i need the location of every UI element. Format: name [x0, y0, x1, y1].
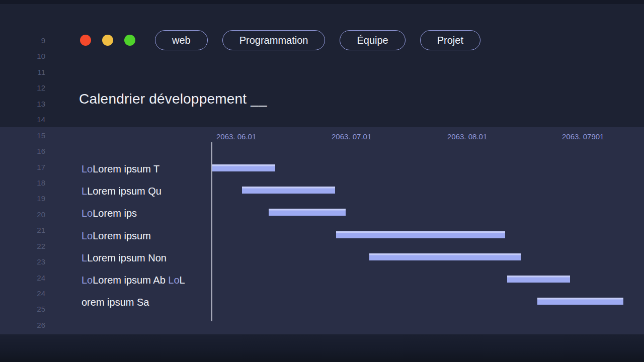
gantt-bar [242, 187, 335, 194]
line-number: 11 [29, 67, 45, 77]
line-number: 12 [29, 83, 45, 93]
task-label-segment: Lorem ips [93, 208, 137, 219]
red-traffic-light-icon[interactable] [80, 35, 91, 46]
slide-canvas: 9101112131415161718192021222324242526 we… [0, 0, 644, 362]
axis-date-label: 2063. 06.01 [216, 132, 256, 141]
tag-pill-equipe[interactable]: Équipe [340, 30, 405, 50]
task-label-segment: Lorem ipsum Non [87, 252, 167, 263]
axis-date-label: 2063. 08.01 [447, 132, 487, 141]
line-number: 15 [29, 131, 45, 141]
line-number: 10 [29, 51, 45, 61]
gantt-bar [269, 209, 346, 216]
task-label: LoLorem ipsum T [82, 161, 159, 176]
line-number: 9 [29, 36, 45, 46]
task-label-segment: Lorem ipsum Qu [87, 186, 162, 197]
task-label-segment: L [180, 275, 185, 286]
line-number: 13 [29, 99, 45, 109]
tag-pill-projet[interactable]: Projet [420, 30, 480, 50]
line-number: 24 [29, 273, 45, 283]
line-number: 17 [29, 162, 45, 172]
task-label-segment: L [82, 186, 87, 197]
line-number: 25 [29, 304, 45, 314]
window-traffic-lights [80, 35, 135, 46]
gantt-bar [369, 253, 521, 260]
top-edge-strip [0, 0, 644, 4]
title-cursor: __ [251, 91, 267, 107]
task-label-segment: Lo [82, 208, 93, 219]
task-label: LoLorem ipsum Ab LoL [82, 273, 185, 288]
gantt-bar [212, 164, 275, 171]
task-label-segment: L [82, 252, 87, 263]
line-number: 18 [29, 178, 45, 188]
task-label-segment: orem ipsum Sa [82, 297, 149, 308]
line-number: 22 [29, 241, 45, 251]
task-label-segment: Lorem ipsum Ab [93, 275, 168, 286]
task-label-segment: Lo [82, 163, 93, 174]
task-label: LLorem ipsum Non [82, 250, 167, 265]
gantt-bar [336, 231, 505, 238]
task-label-segment: Lo [82, 230, 93, 241]
green-traffic-light-icon[interactable] [124, 35, 135, 46]
page-title: Calendrier développement [79, 91, 247, 107]
line-number: 20 [29, 210, 45, 220]
tag-pill-programmation[interactable]: Programmation [222, 30, 326, 50]
gantt-bar [537, 298, 623, 305]
bottom-edge-strip [0, 334, 644, 362]
axis-date-label: 2063. 07901 [562, 132, 604, 141]
task-label: LoLorem ipsum [82, 228, 151, 243]
tag-pill-row: webProgrammationÉquipeProjet [155, 30, 480, 50]
line-number: 16 [29, 146, 45, 156]
task-label-segment: Lo [82, 275, 93, 286]
line-number: 21 [29, 225, 45, 235]
line-number-gutter: 9101112131415161718192021222324242526 [0, 0, 50, 362]
line-number: 23 [29, 257, 45, 267]
gantt-bar [507, 276, 570, 283]
line-number: 19 [29, 194, 45, 204]
task-label: LLorem ipsum Qu [82, 184, 162, 199]
axis-date-label: 2063. 07.01 [332, 132, 371, 141]
task-label: orem ipsum Sa [82, 295, 149, 310]
task-label-segment: Lorem ipsum [93, 230, 151, 241]
line-number: 14 [29, 115, 45, 125]
line-number: 24 [29, 289, 45, 299]
yellow-traffic-light-icon[interactable] [102, 35, 113, 46]
line-number: 26 [29, 320, 45, 330]
slide-title-row: Calendrier développement __ [79, 91, 267, 107]
task-label-segment: Lorem ipsum T [93, 163, 159, 174]
task-label-segment: Lo [168, 275, 179, 286]
task-label: LoLorem ips [82, 206, 137, 221]
tag-pill-web[interactable]: web [155, 30, 208, 50]
